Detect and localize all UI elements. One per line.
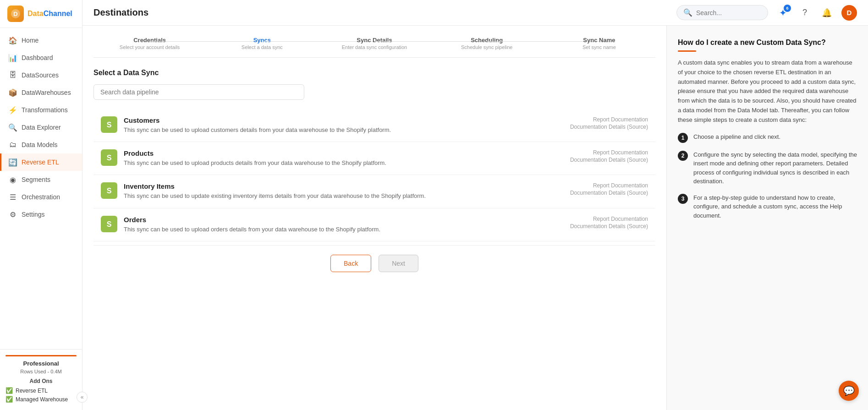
sidebar-item-transformations[interactable]: ⚡ Transformations xyxy=(0,101,82,119)
page-title: Destinations xyxy=(93,7,148,18)
source-doc-link[interactable]: Documentation Details (Source) xyxy=(570,223,648,230)
help-button[interactable]: ? xyxy=(797,5,812,20)
chat-support-button[interactable]: 💬 xyxy=(839,381,859,401)
sync-info: Customers This sync can be used to uploa… xyxy=(124,116,564,134)
sync-links: Report Documentation Documentation Detai… xyxy=(570,216,648,230)
dashboard-icon: 📊 xyxy=(9,54,17,62)
sidebar-item-label: DataSources xyxy=(22,71,59,79)
step-text: For a step-by-step guide to understand h… xyxy=(693,193,857,220)
sidebar-item-orchestration[interactable]: ☰ Orchestration xyxy=(0,188,82,206)
back-button[interactable]: Back xyxy=(330,255,371,272)
header: Destinations 🔍 ✦ 6 ? 🔔 D xyxy=(82,0,868,26)
report-doc-link[interactable]: Report Documentation xyxy=(593,116,648,123)
source-doc-link[interactable]: Documentation Details (Source) xyxy=(570,157,648,163)
help-title: How do I create a new Custom Data Sync? xyxy=(678,38,857,47)
addons-label: Add Ons xyxy=(5,378,77,384)
data-models-icon: 🗂 xyxy=(9,141,17,149)
main-panel: Credentials Select your account details … xyxy=(82,26,666,410)
sidebar-item-data-models[interactable]: 🗂 Data Models xyxy=(0,136,82,153)
sidebar-item-reverse-etl[interactable]: 🔄 Reverse ETL xyxy=(0,153,82,171)
orchestration-icon: ☰ xyxy=(9,193,17,201)
sidebar: D DataChannel 🏠 Home 📊 Dashboard 🗄 DataS… xyxy=(0,0,82,410)
help-step-1: 1 Choose a pipeline and click next. xyxy=(678,132,857,143)
sync-name: Customers xyxy=(124,116,564,124)
help-intro-text: A custom data sync enables you to stream… xyxy=(678,58,857,125)
source-doc-link[interactable]: Documentation Details (Source) xyxy=(570,190,648,196)
sync-desc: This sync can be used to upload customer… xyxy=(124,126,564,134)
notification-button[interactable]: 🔔 xyxy=(819,5,834,20)
sync-card-customers[interactable]: S Customers This sync can be used to upl… xyxy=(93,109,655,142)
step-name: Scheduling xyxy=(471,37,503,44)
sidebar-item-label: Orchestration xyxy=(22,193,60,201)
collapse-sidebar-button[interactable]: « xyxy=(77,392,88,403)
action-bar: Back Next xyxy=(93,245,655,281)
pipeline-search-input[interactable] xyxy=(93,84,304,100)
wizard-step-credentials: Credentials Select your account details xyxy=(93,37,206,50)
step-desc: Schedule sync pipeline xyxy=(461,44,513,50)
sidebar-item-data-explorer[interactable]: 🔍 Data Explorer xyxy=(0,119,82,136)
sidebar-item-label: Home xyxy=(22,37,38,44)
reverse-etl-icon: 🔄 xyxy=(9,158,17,166)
svg-text:S: S xyxy=(107,154,112,162)
data-explorer-icon: 🔍 xyxy=(9,123,17,131)
report-doc-link[interactable]: Report Documentation xyxy=(593,182,648,189)
sidebar-item-settings[interactable]: ⚙ Settings xyxy=(0,206,82,223)
sidebar-item-label: Settings xyxy=(22,211,45,218)
source-doc-link[interactable]: Documentation Details (Source) xyxy=(570,124,648,130)
help-panel: How do I create a new Custom Data Sync? … xyxy=(666,26,868,410)
svg-text:S: S xyxy=(107,121,112,129)
sidebar-item-datasources[interactable]: 🗄 DataSources xyxy=(0,66,82,84)
header-actions: 🔍 ✦ 6 ? 🔔 D xyxy=(676,5,857,21)
wizard-step-sync-details: Sync Details Enter data sync configurati… xyxy=(318,37,430,50)
sync-links: Report Documentation Documentation Detai… xyxy=(570,149,648,163)
step-text: Choose a pipeline and click next. xyxy=(693,132,780,142)
home-icon: 🏠 xyxy=(9,36,17,44)
sync-desc: This sync can be used to upload orders d… xyxy=(124,225,564,234)
sync-card-inventory-items[interactable]: S Inventory Items This sync can be used … xyxy=(93,175,655,208)
datasources-icon: 🗄 xyxy=(9,71,17,79)
sync-info: Inventory Items This sync can be used to… xyxy=(124,182,564,200)
report-doc-link[interactable]: Report Documentation xyxy=(593,149,648,156)
rows-used: Rows Used - 0.4M xyxy=(5,369,77,374)
svg-text:D: D xyxy=(13,11,17,17)
content-area: Credentials Select your account details … xyxy=(82,26,868,410)
step-name: Syncs xyxy=(253,37,271,44)
check-icon: ✅ xyxy=(5,387,13,394)
sync-cards-list: S Customers This sync can be used to upl… xyxy=(93,109,655,241)
section-title: Select a Data Sync xyxy=(93,69,655,77)
sidebar-item-home[interactable]: 🏠 Home xyxy=(0,32,82,49)
report-doc-link[interactable]: Report Documentation xyxy=(593,216,648,222)
step-desc: Enter data sync configuration xyxy=(342,44,407,50)
sidebar-item-label: Dashboard xyxy=(22,54,53,61)
search-input[interactable] xyxy=(696,9,761,16)
wizard-step-syncs: Syncs Select a data sync xyxy=(206,37,318,50)
datawarehouses-icon: 📦 xyxy=(9,88,17,97)
step-number: 1 xyxy=(678,133,688,143)
notification-badge: 6 xyxy=(784,5,791,12)
sync-links: Report Documentation Documentation Detai… xyxy=(570,182,648,196)
addon-label: Managed Warehouse xyxy=(16,396,68,403)
sync-card-products[interactable]: S Products This sync can be used to uplo… xyxy=(93,142,655,175)
addon-label: Reverse ETL xyxy=(16,388,48,394)
sidebar-item-datawarehouses[interactable]: 📦 DataWarehouses xyxy=(0,84,82,101)
addon-reverse-etl: ✅ Reverse ETL xyxy=(5,387,77,394)
sidebar-item-dashboard[interactable]: 📊 Dashboard xyxy=(0,49,82,66)
ai-button[interactable]: ✦ 6 xyxy=(775,5,790,20)
logo[interactable]: D DataChannel xyxy=(0,0,82,28)
step-name: Sync Name xyxy=(583,37,615,44)
search-box[interactable]: 🔍 xyxy=(676,5,768,20)
sidebar-item-segments[interactable]: ◉ Segments xyxy=(0,171,82,188)
next-button[interactable]: Next xyxy=(379,255,418,272)
help-title-underline xyxy=(678,50,696,52)
sidebar-bottom: Professional Rows Used - 0.4M Add Ons ✅ … xyxy=(0,349,82,410)
sync-card-orders[interactable]: S Orders This sync can be used to upload… xyxy=(93,208,655,241)
user-avatar[interactable]: D xyxy=(841,5,857,21)
step-desc: Select a data sync xyxy=(242,44,283,50)
search-icon: 🔍 xyxy=(683,8,692,17)
step-text: Configure the sync by selecting the data… xyxy=(693,150,857,186)
transformations-icon: ⚡ xyxy=(9,106,17,114)
step-desc: Select your account details xyxy=(120,44,180,50)
sidebar-item-label: Segments xyxy=(22,176,50,183)
help-steps-list: 1 Choose a pipeline and click next. 2 Co… xyxy=(678,132,857,220)
sync-desc: This sync can be used to update existing… xyxy=(124,192,564,200)
